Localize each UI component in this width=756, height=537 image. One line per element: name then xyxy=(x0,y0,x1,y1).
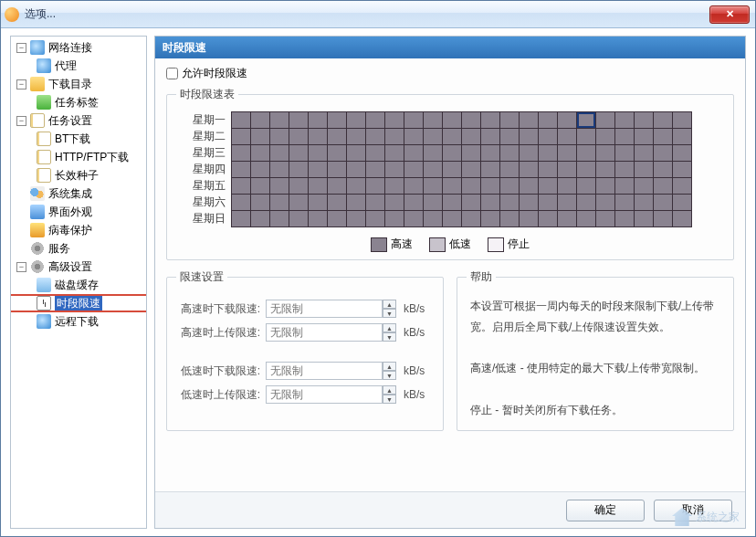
limit-input[interactable] xyxy=(266,385,383,404)
schedule-cell[interactable] xyxy=(654,195,673,211)
schedule-cell[interactable] xyxy=(539,211,558,227)
schedule-cell[interactable] xyxy=(539,195,558,211)
schedule-cell[interactable] xyxy=(289,178,309,195)
schedule-cell[interactable] xyxy=(251,129,270,145)
schedule-cell[interactable] xyxy=(500,211,520,227)
tree-item[interactable]: 界面外观 xyxy=(11,203,146,221)
schedule-cell[interactable] xyxy=(385,129,404,145)
schedule-cell[interactable] xyxy=(635,112,654,129)
limit-input[interactable] xyxy=(266,300,383,318)
schedule-cell[interactable] xyxy=(289,195,309,211)
schedule-cell[interactable] xyxy=(289,211,309,227)
schedule-cell[interactable] xyxy=(385,195,404,211)
tree-item[interactable]: −任务设置 xyxy=(11,111,146,130)
schedule-cell[interactable] xyxy=(309,129,328,145)
schedule-cell[interactable] xyxy=(558,178,577,195)
tree-item[interactable]: 服务 xyxy=(11,239,146,258)
schedule-cell[interactable] xyxy=(635,211,654,227)
schedule-cell[interactable] xyxy=(385,112,404,129)
schedule-cell[interactable] xyxy=(232,211,251,227)
schedule-cell[interactable] xyxy=(366,162,385,178)
schedule-cell[interactable] xyxy=(404,145,424,162)
schedule-cell[interactable] xyxy=(366,178,385,195)
schedule-cell[interactable] xyxy=(366,129,385,145)
schedule-cell[interactable] xyxy=(635,195,654,211)
schedule-cell[interactable] xyxy=(232,112,251,129)
schedule-cell[interactable] xyxy=(615,178,635,195)
schedule-cell[interactable] xyxy=(673,145,692,162)
schedule-cell[interactable] xyxy=(520,145,539,162)
schedule-cell[interactable] xyxy=(462,112,481,129)
schedule-cell[interactable] xyxy=(462,195,481,211)
tree-item[interactable]: −网络连接 xyxy=(11,38,146,57)
schedule-cell[interactable] xyxy=(596,129,615,145)
schedule-cell[interactable] xyxy=(673,162,692,178)
schedule-cell[interactable] xyxy=(481,129,500,145)
schedule-cell[interactable] xyxy=(328,195,347,211)
schedule-cell[interactable] xyxy=(539,129,558,145)
schedule-cell[interactable] xyxy=(424,195,443,211)
schedule-cell[interactable] xyxy=(481,195,500,211)
schedule-cell[interactable] xyxy=(577,145,596,162)
schedule-cell[interactable] xyxy=(635,162,654,178)
schedule-cell[interactable] xyxy=(424,178,443,195)
schedule-cell[interactable] xyxy=(404,129,424,145)
schedule-cell[interactable] xyxy=(232,178,251,195)
schedule-cell[interactable] xyxy=(500,145,520,162)
schedule-cell[interactable] xyxy=(558,145,577,162)
schedule-cell[interactable] xyxy=(443,162,462,178)
schedule-cell[interactable] xyxy=(500,112,520,129)
schedule-cell[interactable] xyxy=(577,162,596,178)
schedule-cell[interactable] xyxy=(481,211,500,227)
tree-item[interactable]: 代理 xyxy=(11,57,146,75)
schedule-cell[interactable] xyxy=(232,195,251,211)
schedule-cell[interactable] xyxy=(577,211,596,227)
schedule-cell[interactable] xyxy=(558,112,577,129)
schedule-cell[interactable] xyxy=(462,162,481,178)
schedule-cell[interactable] xyxy=(404,178,424,195)
schedule-cell[interactable] xyxy=(424,112,443,129)
schedule-cell[interactable] xyxy=(673,112,692,129)
schedule-cell[interactable] xyxy=(366,112,385,129)
close-button[interactable]: ✕ xyxy=(709,5,750,24)
tree-item[interactable]: 时段限速 xyxy=(11,294,146,312)
schedule-cell[interactable] xyxy=(654,211,673,227)
schedule-cell[interactable] xyxy=(404,162,424,178)
spin-down-button[interactable]: ▼ xyxy=(383,332,396,342)
schedule-cell[interactable] xyxy=(385,211,404,227)
schedule-cell[interactable] xyxy=(270,129,289,145)
schedule-cell[interactable] xyxy=(539,178,558,195)
spin-up-button[interactable]: ▲ xyxy=(383,300,396,309)
schedule-cell[interactable] xyxy=(596,195,615,211)
schedule-cell[interactable] xyxy=(309,211,328,227)
twisty-icon[interactable]: − xyxy=(16,116,26,126)
schedule-cell[interactable] xyxy=(520,178,539,195)
schedule-cell[interactable] xyxy=(520,211,539,227)
schedule-cell[interactable] xyxy=(424,211,443,227)
category-tree[interactable]: −网络连接代理−下载目录任务标签−任务设置BT下载HTTP/FTP下载长效种子系… xyxy=(10,36,147,529)
schedule-cell[interactable] xyxy=(309,195,328,211)
schedule-cell[interactable] xyxy=(270,178,289,195)
schedule-cell[interactable] xyxy=(347,211,366,227)
schedule-cell[interactable] xyxy=(328,129,347,145)
tree-item[interactable]: 病毒保护 xyxy=(11,221,146,239)
schedule-cell[interactable] xyxy=(558,195,577,211)
schedule-cell[interactable] xyxy=(577,178,596,195)
schedule-cell[interactable] xyxy=(270,211,289,227)
schedule-grid[interactable] xyxy=(231,111,692,227)
schedule-cell[interactable] xyxy=(577,195,596,211)
schedule-cell[interactable] xyxy=(673,178,692,195)
twisty-icon[interactable]: − xyxy=(16,79,26,90)
schedule-cell[interactable] xyxy=(366,211,385,227)
schedule-cell[interactable] xyxy=(289,112,309,129)
schedule-cell[interactable] xyxy=(558,129,577,145)
schedule-cell[interactable] xyxy=(385,145,404,162)
schedule-cell[interactable] xyxy=(404,195,424,211)
schedule-cell[interactable] xyxy=(443,178,462,195)
schedule-cell[interactable] xyxy=(270,162,289,178)
schedule-cell[interactable] xyxy=(404,112,424,129)
schedule-cell[interactable] xyxy=(520,112,539,129)
schedule-cell[interactable] xyxy=(635,129,654,145)
schedule-cell[interactable] xyxy=(654,112,673,129)
schedule-cell[interactable] xyxy=(520,195,539,211)
